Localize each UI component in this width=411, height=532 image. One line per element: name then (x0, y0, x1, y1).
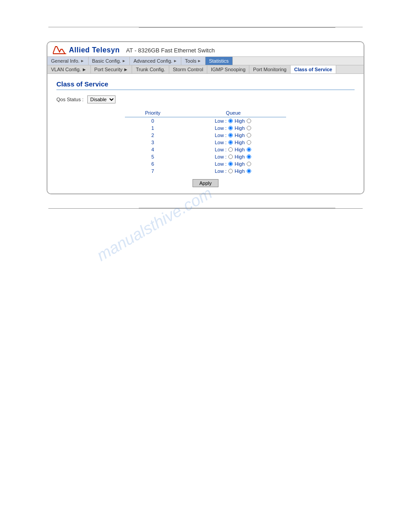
low-label: Low : (215, 154, 227, 159)
priority-number: 2 (151, 133, 154, 138)
qos-status-select[interactable]: Disable Enable (87, 95, 116, 103)
priority-cell: 2 (125, 132, 180, 139)
low-label: Low : (215, 161, 227, 167)
low-radio[interactable] (228, 126, 233, 130)
table-row: 5Low :High (125, 153, 286, 160)
nav-basic-config-arrow: ► (122, 59, 126, 63)
queue-options: Low :High (185, 168, 282, 174)
low-radio[interactable] (228, 169, 233, 173)
priority-table: Priority Queue 0Low :High1Low :High2Low … (125, 109, 286, 175)
queue-cell: Low :High (180, 139, 286, 146)
queue-cell: Low :High (180, 153, 286, 160)
low-radio[interactable] (228, 147, 233, 152)
high-radio[interactable] (247, 133, 251, 137)
company-name: Allied Telesyn (69, 46, 120, 54)
nav-advanced-config[interactable]: Advanced Config. ► (130, 57, 181, 65)
table-row: 2Low :High (125, 132, 286, 139)
qos-status-row: Qos Status : Disable Enable (56, 95, 355, 103)
content-area: Class of Service Qos Status : Disable En… (47, 74, 364, 193)
priority-cell: 6 (125, 160, 180, 167)
nav-row-1: General Info. ► Basic Config. ► Advanced… (47, 56, 364, 65)
high-radio[interactable] (247, 140, 251, 145)
device-title: AT - 8326GB Fast Ethernet Switch (126, 47, 214, 54)
high-label: High (235, 118, 245, 124)
nav-port-security-arrow: ► (124, 67, 128, 72)
high-radio[interactable] (247, 119, 251, 123)
low-radio[interactable] (228, 162, 233, 166)
apply-row: Apply (56, 179, 355, 187)
nav-trunk-config[interactable]: Trunk Config. (132, 65, 169, 73)
priority-number: 5 (151, 154, 154, 159)
high-radio[interactable] (247, 126, 251, 130)
queue-cell: Low :High (180, 132, 286, 139)
nav-class-of-service[interactable]: Class of Service (291, 65, 336, 73)
nav-tools-arrow: ► (197, 59, 201, 63)
qos-status-label: Qos Status : (56, 97, 84, 102)
high-label: High (235, 154, 245, 159)
nav-basic-config-label: Basic Config. (92, 58, 121, 64)
queue-options: Low :High (185, 147, 282, 152)
apply-button[interactable]: Apply (193, 179, 218, 187)
low-label: Low : (215, 147, 227, 152)
high-radio[interactable] (247, 154, 251, 159)
high-label: High (235, 133, 245, 138)
high-radio[interactable] (247, 147, 251, 152)
nav-vlan-config-label: VLAN Config. (51, 67, 81, 72)
nav-vlan-config-arrow: ► (82, 67, 87, 72)
low-label: Low : (215, 168, 227, 174)
low-radio[interactable] (228, 133, 233, 137)
nav-port-monitoring[interactable]: Port Monitoring (249, 65, 291, 73)
nav-storm-control[interactable]: Storm Control (169, 65, 207, 73)
bottom-line-2 (48, 208, 363, 209)
queue-cell: Low :High (180, 167, 286, 175)
nav-advanced-config-arrow: ► (173, 59, 177, 63)
queue-options: Low :High (185, 133, 282, 138)
logo-area: Allied Telesyn (53, 46, 120, 55)
nav-general-info[interactable]: General Info. ► (47, 57, 89, 65)
nav-basic-config[interactable]: Basic Config. ► (89, 57, 130, 65)
low-label: Low : (215, 133, 227, 138)
nav-row-2: VLAN Config. ► Port Security ► Trunk Con… (47, 65, 364, 74)
nav-igmp-snooping[interactable]: IGMP Snooping (207, 65, 249, 73)
col-priority: Priority (125, 109, 180, 117)
high-radio[interactable] (247, 162, 251, 166)
table-row: 6Low :High (125, 160, 286, 167)
priority-cell: 3 (125, 139, 180, 146)
low-radio[interactable] (228, 119, 233, 123)
nav-general-info-label: General Info. (51, 58, 80, 64)
allied-telesyn-logo-icon (53, 46, 66, 55)
priority-number: 4 (151, 147, 154, 152)
priority-number: 1 (151, 125, 154, 131)
queue-options: Low :High (185, 140, 282, 145)
low-label: Low : (215, 125, 227, 131)
table-row: 7Low :High (125, 167, 286, 175)
low-radio[interactable] (228, 154, 233, 159)
nav-igmp-snooping-label: IGMP Snooping (211, 67, 245, 72)
nav-vlan-config[interactable]: VLAN Config. ► (47, 65, 91, 73)
table-row: 1Low :High (125, 124, 286, 132)
nav-statistics[interactable]: Statistics (206, 57, 233, 65)
priority-cell: 5 (125, 153, 180, 160)
high-label: High (235, 168, 245, 174)
nav-tools-label: Tools (185, 58, 197, 64)
queue-cell: Low :High (180, 146, 286, 153)
low-label: Low : (215, 140, 227, 145)
nav-port-security[interactable]: Port Security ► (91, 65, 133, 73)
priority-number: 0 (151, 118, 154, 124)
col-queue: Queue (180, 109, 286, 117)
table-row: 0Low :High (125, 117, 286, 125)
nav-advanced-config-label: Advanced Config. (133, 58, 172, 64)
queue-options: Low :High (185, 154, 282, 159)
high-label: High (235, 147, 245, 152)
device-frame: Allied Telesyn AT - 8326GB Fast Ethernet… (47, 41, 364, 194)
nav-statistics-label: Statistics (209, 58, 229, 64)
priority-number: 6 (151, 161, 154, 167)
high-label: High (235, 140, 245, 145)
nav-tools[interactable]: Tools ► (181, 57, 206, 65)
nav-general-info-arrow: ► (81, 59, 85, 63)
high-radio[interactable] (247, 169, 251, 173)
priority-cell: 4 (125, 146, 180, 153)
low-radio[interactable] (228, 140, 233, 145)
low-label: Low : (215, 118, 227, 124)
high-label: High (235, 125, 245, 131)
